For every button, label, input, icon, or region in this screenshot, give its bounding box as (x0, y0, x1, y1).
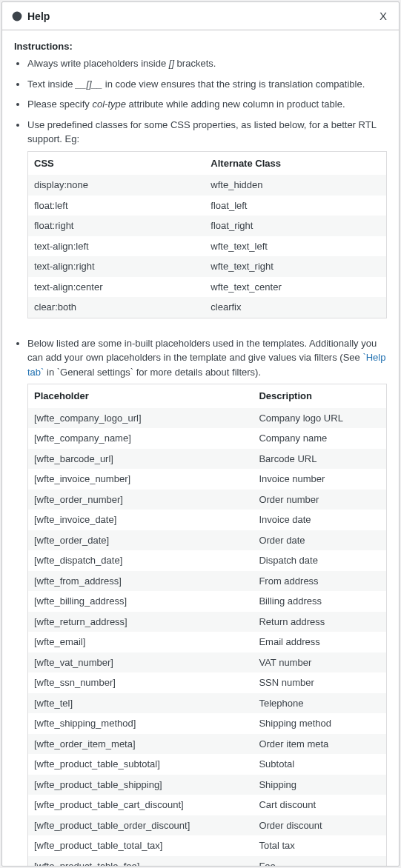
instructions-list: Always write placeholders inside [] brac… (14, 56, 387, 318)
css-cell: text-align:right (28, 256, 205, 277)
placeholder-cell: [wfte_return_address] (28, 612, 253, 632)
help-panel: Help X Instructions: Always write placeh… (1, 1, 400, 867)
instruction-item: Please specify col-type attribute while … (27, 97, 387, 112)
description-cell: Order date (253, 530, 386, 551)
table-row: [wfte_email]Email address (28, 632, 387, 652)
description-cell: From address (253, 571, 386, 592)
table-row: [wfte_dispatch_date]Dispatch date (28, 550, 387, 571)
ph-table-head-placeholder: Placeholder (28, 384, 253, 408)
description-cell: Order item meta (253, 734, 386, 755)
instructions-heading: Instructions: (14, 41, 387, 52)
table-row: float:rightfloat_right (28, 216, 387, 236)
description-cell: Barcode URL (253, 449, 386, 470)
placeholder-cell: [wfte_order_item_meta] (28, 734, 253, 755)
table-row: text-align:rightwfte_text_right (28, 256, 387, 277)
table-row: [wfte_product_table_subtotal]Subtotal (28, 754, 387, 775)
placeholder-cell: [wfte_ssn_number] (28, 672, 253, 693)
description-cell: Fee (253, 856, 386, 867)
description-cell: Subtotal (253, 754, 386, 775)
table-row: [wfte_barcode_url]Barcode URL (28, 449, 387, 470)
description-cell: Dispatch date (253, 550, 386, 571)
table-row: [wfte_invoice_number]Invoice number (28, 469, 387, 490)
table-row: [wfte_company_logo_url]Company logo URL (28, 408, 387, 429)
description-cell: Cart discount (253, 795, 386, 815)
description-cell: SSN number (253, 672, 386, 693)
css-table: CSS Alternate Class display:nonewfte_hid… (27, 151, 387, 318)
instruction-item: Always write placeholders inside [] brac… (27, 56, 387, 71)
class-cell: wfte_text_right (205, 256, 386, 277)
text-em: __[]__ (76, 79, 102, 90)
css-cell: float:right (28, 216, 205, 236)
class-cell: float_right (205, 216, 386, 236)
description-cell: Shipping (253, 775, 386, 795)
placeholder-cell: [wfte_dispatch_date] (28, 550, 253, 571)
text: Below listed are some in-built placehold… (27, 338, 377, 364)
class-cell: wfte_hidden (205, 175, 386, 196)
placeholders-list: Below listed are some in-built placehold… (14, 336, 387, 867)
text: Use predefined classes for some CSS prop… (27, 119, 376, 145)
table-row: [wfte_tel]Telephone (28, 693, 387, 714)
css-cell: text-align:left (28, 236, 205, 257)
table-row: [wfte_order_item_meta]Order item meta (28, 734, 387, 755)
placeholder-cell: [wfte_product_table_cart_discount] (28, 795, 253, 815)
text: Text inside (27, 79, 76, 90)
placeholder-cell: [wfte_email] (28, 632, 253, 652)
text-em: col-type (92, 99, 126, 110)
panel-title: Help (27, 10, 50, 22)
description-cell: Shipping method (253, 713, 386, 734)
description-cell: Total tax (253, 835, 386, 856)
description-cell: Invoice number (253, 469, 386, 490)
description-cell: VAT number (253, 652, 386, 673)
table-row: [wfte_order_date]Order date (28, 530, 387, 551)
table-row: [wfte_order_number]Order number (28, 490, 387, 510)
panel-body: Instructions: Always write placeholders … (2, 30, 399, 866)
class-cell: float_left (205, 196, 386, 216)
text: in `General settings` for more details a… (44, 367, 261, 378)
instruction-item: Text inside __[]__ in code view ensures … (27, 77, 387, 92)
close-button[interactable]: X (377, 8, 390, 24)
placeholder-cell: [wfte_product_table_shipping] (28, 775, 253, 795)
class-cell: clearfix (205, 297, 386, 318)
text: in code view ensures that the string is … (102, 79, 365, 90)
placeholder-cell: [wfte_company_logo_url] (28, 408, 253, 429)
placeholder-cell: [wfte_invoice_date] (28, 510, 253, 530)
table-row: [wfte_product_table_shipping]Shipping (28, 775, 387, 795)
text: Always write placeholders inside (27, 58, 169, 69)
table-row: [wfte_return_address]Return address (28, 612, 387, 632)
class-cell: wfte_text_center (205, 277, 386, 298)
text: brackets. (174, 58, 216, 69)
description-cell: Company name (253, 428, 386, 449)
description-cell: Return address (253, 612, 386, 632)
css-cell: display:none (28, 175, 205, 196)
text-em: [] (169, 58, 174, 69)
panel-header-left: Help (11, 10, 50, 22)
table-row: [wfte_vat_number]VAT number (28, 652, 387, 673)
class-cell: wfte_text_left (205, 236, 386, 257)
placeholder-cell: [wfte_shipping_method] (28, 713, 253, 734)
placeholder-table: Placeholder Description [wfte_company_lo… (27, 384, 387, 866)
table-row: [wfte_product_table_total_tax]Total tax (28, 835, 387, 856)
table-row: text-align:leftwfte_text_left (28, 236, 387, 257)
placeholder-cell: [wfte_from_address] (28, 571, 253, 592)
description-cell: Billing address (253, 591, 386, 612)
table-row: [wfte_product_table_fee]Fee (28, 856, 387, 867)
placeholder-cell: [wfte_product_table_order_discount] (28, 815, 253, 836)
instruction-item: Use predefined classes for some CSS prop… (27, 118, 387, 318)
table-row: [wfte_from_address]From address (28, 571, 387, 592)
table-row: [wfte_ssn_number]SSN number (28, 672, 387, 693)
table-row: text-align:centerwfte_text_center (28, 277, 387, 298)
text: Please specify (27, 99, 92, 110)
panel-header: Help X (2, 2, 399, 30)
table-row: [wfte_product_table_cart_discount]Cart d… (28, 795, 387, 815)
css-cell: float:left (28, 196, 205, 216)
text: attribute while adding new column in pro… (126, 99, 345, 110)
table-row: [wfte_billing_address]Billing address (28, 591, 387, 612)
table-row: float:leftfloat_left (28, 196, 387, 216)
description-cell: Email address (253, 632, 386, 652)
table-row: [wfte_shipping_method]Shipping method (28, 713, 387, 734)
placeholder-cell: [wfte_barcode_url] (28, 449, 253, 470)
table-row: [wfte_invoice_date]Invoice date (28, 510, 387, 530)
description-cell: Invoice date (253, 510, 386, 530)
table-row: clear:bothclearfix (28, 297, 387, 318)
css-table-head-css: CSS (28, 151, 205, 175)
